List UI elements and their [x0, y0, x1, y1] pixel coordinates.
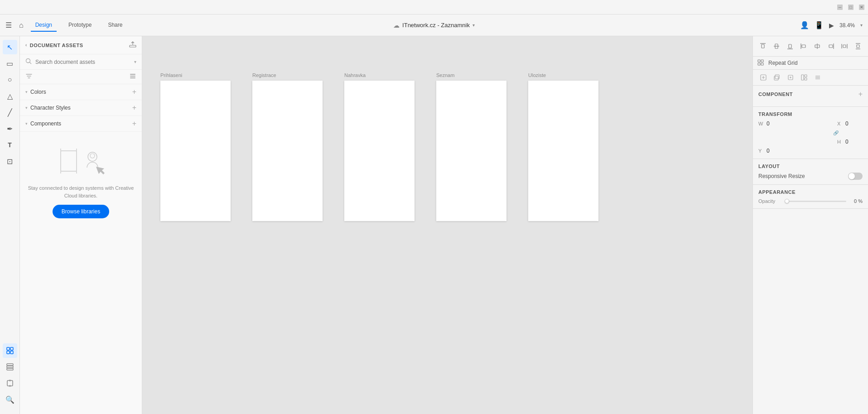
pen-tool[interactable]: ✒ [3, 121, 17, 136]
y-row: Y [758, 148, 834, 154]
svg-rect-6 [7, 368, 13, 370]
tab-share[interactable]: Share [103, 19, 127, 32]
assets-panel-title: DOCUMENT ASSETS [30, 43, 83, 48]
comp-duplicate-icon[interactable] [785, 72, 796, 83]
align-bottom-button[interactable] [784, 40, 796, 53]
align-right-button[interactable] [825, 40, 837, 53]
svg-rect-49 [801, 75, 804, 80]
nav-right: 👤 📱 ▶ 38.4% ▾ [800, 21, 863, 29]
artboard-label-prihlaseni: Prihlaseni [160, 72, 182, 78]
artboard-prihlaseni: Prihlaseni [160, 72, 231, 221]
canvas-area[interactable]: Prihlaseni Registrace Nahravka Seznam Ul… [142, 36, 752, 414]
artboard-nahravka: Nahravka [344, 72, 415, 221]
comp-edit-icon[interactable] [757, 72, 769, 83]
transform-section: TRANSFORM W X 🔗 H [753, 107, 868, 159]
project-chevron-icon[interactable]: ▾ [473, 23, 475, 28]
filter-icon[interactable] [25, 72, 33, 81]
y-input[interactable] [767, 148, 834, 154]
assets-filter-toolbar [20, 70, 142, 84]
width-row: W [758, 120, 834, 127]
appearance-section-title: APPEARANCE [758, 189, 796, 195]
rectangle-tool[interactable]: ▭ [3, 56, 17, 71]
components-add-icon[interactable]: + [132, 120, 136, 128]
align-middle-v-button[interactable] [770, 40, 783, 53]
play-icon[interactable]: ▶ [829, 22, 834, 29]
x-row: X [837, 120, 868, 127]
artboard-frame-prihlaseni[interactable] [160, 81, 231, 221]
colors-chevron-icon: ▾ [25, 90, 28, 94]
artboard-frame-registrace[interactable] [252, 81, 323, 221]
artboard-label-registrace: Registrace [252, 72, 276, 78]
svg-rect-5 [7, 366, 13, 368]
tab-prototype[interactable]: Prototype [64, 19, 96, 32]
artboard-label-seznam: Seznam [436, 72, 454, 78]
appearance-section-header: APPEARANCE [758, 189, 863, 195]
plugins-icon[interactable] [3, 376, 17, 390]
search-magnifier-icon [25, 58, 32, 66]
opacity-slider[interactable] [785, 201, 846, 202]
svg-rect-16 [61, 151, 77, 171]
zoom-chevron-icon[interactable]: ▾ [860, 23, 863, 28]
artboard-seznam: Seznam [436, 72, 506, 221]
align-left-button[interactable] [797, 40, 810, 53]
align-center-h-button[interactable] [811, 40, 824, 53]
search-dropdown-icon[interactable]: ▾ [134, 59, 136, 64]
comp-copy-icon[interactable] [771, 72, 783, 83]
minimize-button[interactable]: ─ [837, 5, 843, 10]
colors-section[interactable]: ▾ Colors + [20, 84, 142, 100]
components-section[interactable]: ▾ Components + [20, 116, 142, 132]
align-top-button[interactable] [757, 40, 769, 53]
height-input[interactable] [845, 139, 868, 145]
svg-rect-14 [130, 76, 135, 77]
user-icon[interactable]: 👤 [800, 21, 809, 29]
assets-icon[interactable] [3, 343, 17, 358]
device-icon[interactable]: 📱 [815, 21, 824, 29]
select-tool[interactable]: ↖ [3, 40, 17, 54]
artboard-uloziste: Uloziste [528, 72, 598, 221]
tab-design[interactable]: Design [31, 19, 57, 32]
search-icon[interactable]: 🔍 [3, 392, 17, 407]
ellipse-tool[interactable]: ○ [3, 72, 17, 87]
line-tool[interactable]: ╱ [3, 105, 17, 120]
text-tool[interactable]: T [3, 138, 17, 152]
svg-rect-27 [789, 44, 791, 48]
artboard-tool[interactable]: ⊡ [3, 154, 17, 168]
artboard-registrace: Registrace [252, 72, 323, 221]
svg-rect-23 [762, 44, 764, 48]
maximize-button[interactable]: □ [848, 5, 854, 10]
assets-header: ‹ DOCUMENT ASSETS [20, 36, 142, 54]
appearance-section: APPEARANCE Opacity 0 % [753, 185, 868, 209]
zoom-level[interactable]: 38.4% [839, 22, 855, 29]
search-input[interactable] [35, 59, 130, 65]
top-nav: ☰ ⌂ Design Prototype Share ☁ ITnetwork.c… [0, 14, 868, 36]
layout-section-title: LAYOUT [758, 164, 780, 169]
close-button[interactable]: ✕ [859, 5, 864, 10]
component-add-icon[interactable]: + [858, 90, 863, 98]
list-view-icon[interactable] [129, 72, 136, 81]
assets-chevron-icon[interactable]: ‹ [25, 43, 27, 48]
repeat-grid-label[interactable]: Repeat Grid [768, 60, 798, 66]
home-icon[interactable]: ⌂ [19, 21, 24, 29]
x-input[interactable] [845, 120, 868, 127]
character-styles-section[interactable]: ▾ Character Styles + [20, 100, 142, 116]
distribute-h-button[interactable] [838, 40, 851, 53]
triangle-tool[interactable]: △ [3, 89, 17, 103]
layers-icon[interactable] [3, 360, 17, 374]
responsive-resize-toggle[interactable] [848, 173, 863, 180]
width-input[interactable] [767, 120, 834, 127]
artboard-frame-seznam[interactable] [436, 81, 506, 221]
title-bar: ─ □ ✕ [0, 0, 868, 14]
artboard-frame-uloziste[interactable] [528, 81, 598, 221]
colors-add-icon[interactable]: + [132, 88, 136, 96]
svg-rect-4 [7, 364, 13, 366]
char-styles-add-icon[interactable]: + [132, 104, 136, 112]
browse-libraries-button[interactable]: Browse libraries [53, 205, 109, 218]
comp-ungroup-icon[interactable] [798, 72, 810, 83]
svg-line-12 [30, 63, 32, 64]
menu-icon[interactable]: ☰ [5, 21, 12, 29]
distribute-v-button[interactable] [852, 40, 864, 53]
artboard-frame-nahravka[interactable] [344, 81, 415, 221]
comp-lines-icon[interactable] [812, 72, 824, 83]
opacity-value: 0 % [850, 198, 863, 204]
assets-upload-icon[interactable] [129, 41, 136, 49]
